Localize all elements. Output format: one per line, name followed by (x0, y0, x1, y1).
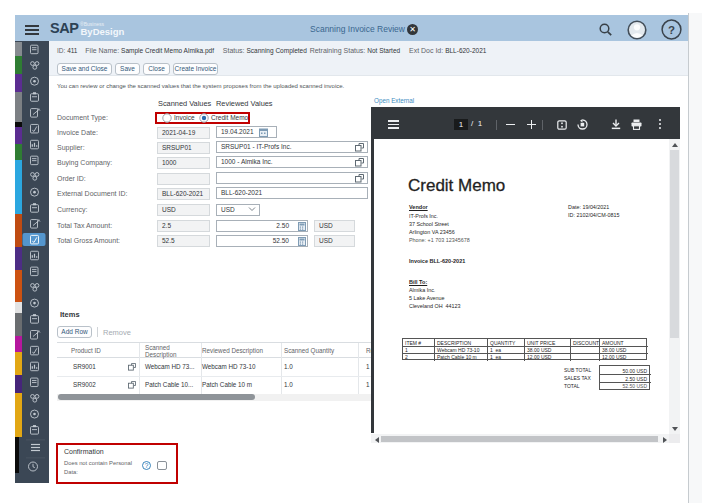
svg-text:?: ? (668, 24, 675, 36)
svg-text:?: ? (145, 462, 149, 469)
